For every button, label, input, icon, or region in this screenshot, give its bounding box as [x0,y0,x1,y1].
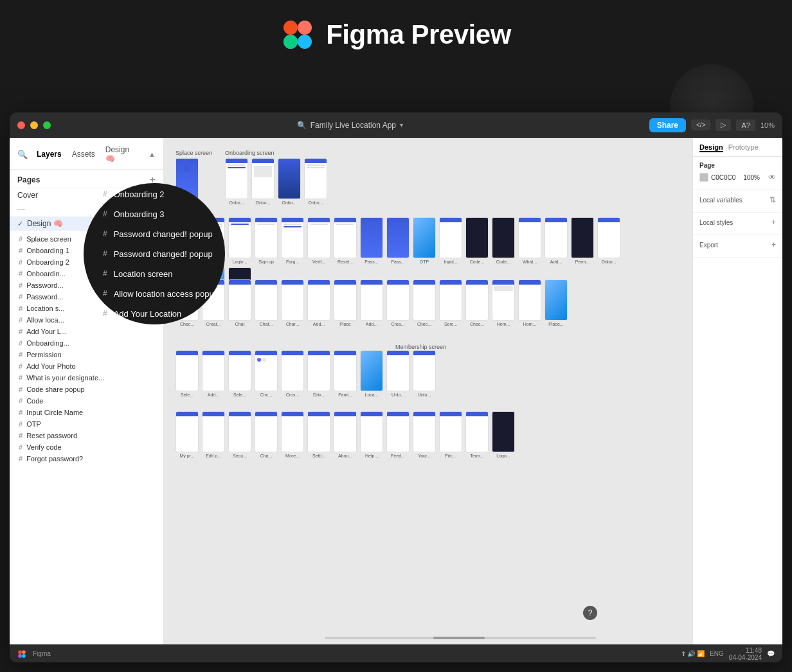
chec3-s[interactable] [465,279,489,321]
tooltip-location-screen[interactable]: # Location screen [103,266,206,282]
forgot-s[interactable] [281,217,304,258]
tooltip-password-changed-2[interactable]: # Password changed! popup [103,246,206,262]
sele2-s[interactable] [228,350,251,391]
tab-prototype-panel[interactable]: Prototype [728,143,759,152]
layer-code[interactable]: # Code [10,395,163,407]
help-button[interactable]: ? [583,606,597,620]
tooltip-hash-icon: # [103,249,107,258]
feed-s[interactable] [386,411,410,452]
onb-screen-2[interactable] [251,158,274,199]
your-s[interactable] [413,411,436,452]
unlo-s[interactable] [386,350,410,391]
layer-what-is-designated[interactable]: # What is your designate... [10,372,163,384]
edit-s[interactable] [202,411,225,452]
more-s[interactable] [281,411,304,452]
canvas-area[interactable]: Splace screen Splash... [164,138,692,644]
cha2-s[interactable] [255,411,278,452]
export-label[interactable]: Export [699,242,718,249]
sele-s[interactable] [176,350,199,391]
mypr-s[interactable] [176,411,199,452]
serc-s[interactable] [439,279,462,321]
layer-forgot-password[interactable]: # Forgot password? [10,453,163,464]
local-styles-plus-icon[interactable]: + [771,218,776,227]
input-s[interactable] [439,217,462,258]
pric-s[interactable] [439,411,462,452]
layer-add-your-photo[interactable]: # Add Your Photo [10,360,163,372]
layer-input-circle-name[interactable]: # Input Circle Name [10,407,163,418]
place2-s[interactable] [544,279,568,321]
hom-s2[interactable] [518,279,541,321]
place-s[interactable] [334,279,357,321]
window-minimize-btn[interactable] [30,121,38,129]
play-button[interactable]: ▷ [716,119,731,131]
add3-s[interactable] [307,279,330,321]
onbo-s[interactable] [597,217,620,258]
help-s[interactable] [360,411,383,452]
tab-design[interactable]: Design 🧠 [102,143,145,165]
pass-s1[interactable] [360,217,383,258]
add-s[interactable] [544,217,568,258]
tab-assets[interactable]: Assets [68,148,99,161]
local-vars-sort-icon[interactable]: ⇅ [770,195,776,204]
tab-design-panel[interactable]: Design [699,143,723,152]
layer-reset-password[interactable]: # Reset password [10,430,163,441]
layer-permission[interactable]: # Permission [10,349,163,360]
driv-s[interactable] [307,350,330,391]
loca2-s[interactable] [360,350,383,391]
canvas-scrollbar-thumb[interactable] [433,637,485,639]
fami-s[interactable] [334,350,357,391]
canvas-scrollbar[interactable] [325,637,596,639]
share-button[interactable]: Share [649,118,686,132]
page-color-swatch[interactable] [699,173,708,182]
secu-s[interactable] [228,411,251,452]
layer-onboarding-screen[interactable]: # Onboarding... [10,337,163,349]
otp-s[interactable] [413,217,436,258]
onb-screen-1[interactable] [225,158,248,199]
tooltip-onboarding3[interactable]: # Onboarding 3 [103,206,206,222]
reset-s[interactable] [334,217,357,258]
pass-s2[interactable] [386,217,410,258]
cros-s[interactable] [281,350,304,391]
tooltip-onboarding2[interactable]: # Onboarding 2 [103,186,206,202]
tooltip-password-changed-1[interactable]: # Password changed! popup [103,226,206,242]
layer-otp[interactable]: # OTP [10,418,163,430]
abou-s[interactable] [334,411,357,452]
local-variables-link[interactable]: Local variables [699,197,742,204]
chat-s2[interactable] [255,279,278,321]
chec2-s[interactable] [413,279,436,321]
term-s[interactable] [465,411,489,452]
layer-verify-code[interactable]: # Verify code [10,441,163,453]
what-s[interactable] [518,217,541,258]
hom-s1[interactable] [492,279,515,321]
tooltip-allow-location[interactable]: # Allow location access popup [103,286,206,302]
layer-add-your-l[interactable]: # Add Your L... [10,326,163,337]
window-maximize-btn[interactable] [43,121,51,129]
code-s1[interactable] [465,217,489,258]
tab-layers[interactable]: Layers [33,148,66,161]
verify-s[interactable] [307,217,330,258]
sett-s[interactable] [307,411,330,452]
code-button[interactable]: </> [691,119,710,130]
add5-s[interactable] [202,350,225,391]
comment-button[interactable]: A? [736,119,755,131]
unlo2-s[interactable] [413,350,436,391]
code-s2[interactable] [492,217,515,258]
local-styles-link[interactable]: Local styles [699,219,733,226]
svg-rect-1 [298,21,312,35]
logo-s[interactable] [492,411,515,452]
crea2-s[interactable] [386,279,410,321]
onb-screen-3[interactable] [278,158,301,199]
eye-icon[interactable]: 👁 [768,173,776,182]
export-plus-icon[interactable]: + [771,240,776,249]
tooltip-add-your-location[interactable]: # Add Your Location [103,306,206,322]
window-close-btn[interactable] [17,121,25,129]
add4-s[interactable] [360,279,383,321]
circ-s[interactable] [255,350,278,391]
onb-screen-4[interactable] [304,158,327,199]
layer-code-share-popup[interactable]: # Code share popup [10,384,163,395]
chat-s1[interactable] [228,279,251,321]
char-s[interactable] [281,279,304,321]
signup-s[interactable] [255,217,278,258]
login-s-3[interactable] [228,217,251,258]
perm-s[interactable] [571,217,594,258]
